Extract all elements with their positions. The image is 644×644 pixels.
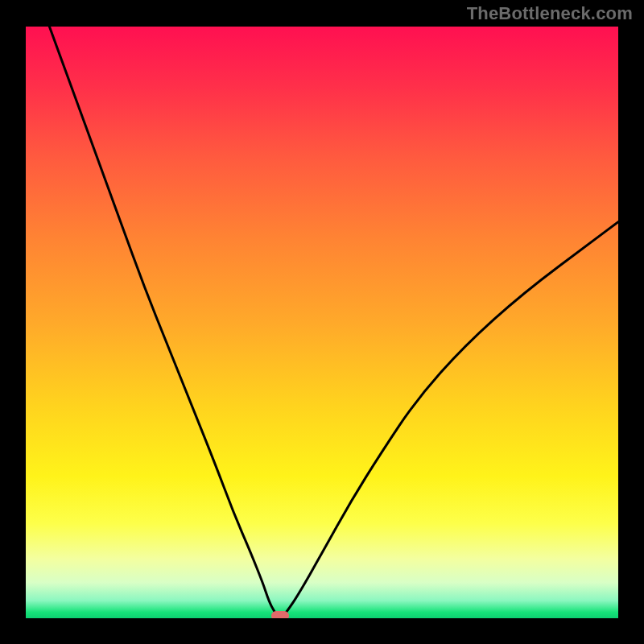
optimal-marker — [271, 611, 289, 618]
plot-area — [26, 27, 618, 618]
chart-frame: TheBottleneck.com — [0, 0, 644, 644]
bottleneck-curve — [49, 27, 618, 617]
curve-svg — [26, 27, 618, 618]
watermark-text: TheBottleneck.com — [467, 3, 633, 24]
